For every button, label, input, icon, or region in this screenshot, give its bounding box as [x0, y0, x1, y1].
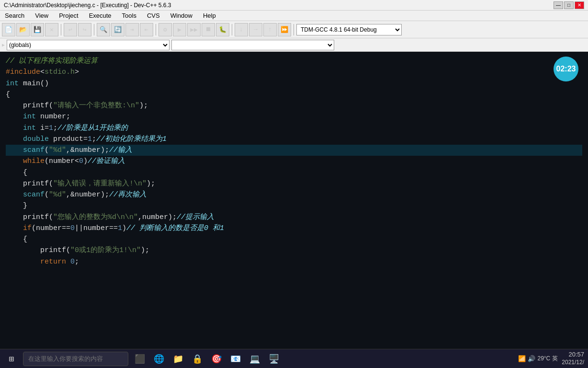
code-line-18: printf("0或1的阶乘为1!\n");	[6, 245, 582, 256]
code-line-13: scanf("%d",&number);//再次输入	[6, 189, 582, 200]
scope-dropdown[interactable]: (globals)	[7, 40, 170, 50]
code-line-19: return 0;	[6, 256, 582, 267]
lang-indicator: 英	[552, 355, 558, 363]
code-line-5: printf("请输入一个非负整数:\n");	[6, 100, 582, 111]
step-out-btn[interactable]: ↑	[263, 23, 277, 36]
editor-wrapper: 02:23 // 以下程序将实现阶乘运算 #include<stdio.h> i…	[0, 52, 588, 349]
code-line-16: if(number==0||number==1)// 判断输入的数是否是0 和1	[6, 223, 582, 234]
taskbar-icon-app3[interactable]: 💻	[247, 351, 262, 367]
run-cursor-btn[interactable]: ⏩	[278, 23, 291, 36]
indent-btn[interactable]: ⇥	[125, 23, 139, 36]
toolbar: 📄 📂 💾 ✕ ↩ ↪ 🔍 🔄 ⇥ ⇤ ⚙ ▶ ▶▶ ⏹ 🐛 ↓ → ↑ ⏩ T…	[0, 21, 588, 38]
sep3	[156, 24, 156, 35]
step-over-btn[interactable]: →	[249, 23, 262, 36]
battery-temp: 29°C	[537, 355, 550, 362]
taskbar-icon-task[interactable]: ⬛	[132, 351, 147, 367]
maximize-button[interactable]: □	[564, 1, 574, 9]
code-line-4: {	[6, 89, 582, 100]
sep5	[294, 24, 294, 35]
code-line-6: int number;	[6, 111, 582, 122]
taskbar-icon-edge[interactable]: 🌐	[151, 351, 167, 367]
timer-badge: 02:23	[554, 57, 578, 81]
titlebar-title: C:\Administrator\Desktop\jiecheng.c - [E…	[4, 2, 171, 9]
menu-help[interactable]: Help	[200, 11, 219, 20]
volume-icon: 🔊	[528, 355, 535, 362]
code-line-7: int i=1;//阶乘是从1开始乘的	[6, 123, 582, 134]
replace-btn[interactable]: 🔄	[111, 23, 124, 36]
menu-view[interactable]: View	[32, 11, 51, 20]
compile-run-btn[interactable]: ▶▶	[187, 23, 201, 36]
menu-execute[interactable]: Execute	[86, 11, 114, 20]
code-editor[interactable]: 02:23 // 以下程序将实现阶乘运算 #include<stdio.h> i…	[0, 52, 588, 349]
redo-button[interactable]: ↪	[78, 23, 91, 36]
taskbar-clock: 20:57 2021/12/	[562, 351, 584, 366]
wifi-icon: 📶	[518, 355, 526, 362]
taskbar-tray: 📶 🔊 29°C 英	[518, 355, 558, 363]
scope-arrow: ▶	[2, 42, 5, 48]
code-line-17: {	[6, 234, 582, 245]
close-file-button[interactable]: ✕	[45, 23, 58, 36]
taskbar-search[interactable]	[23, 352, 128, 366]
menu-cvs[interactable]: CVS	[144, 11, 163, 20]
step-btn[interactable]: ↓	[235, 23, 248, 36]
sep1	[61, 24, 61, 35]
undo-button[interactable]: ↩	[64, 23, 77, 36]
code-line-1: // 以下程序将实现阶乘运算	[6, 56, 582, 67]
code-line-3: int main()	[6, 78, 582, 89]
taskbar-icon-app1[interactable]: 🎯	[209, 351, 224, 367]
run-btn[interactable]: ▶	[173, 23, 186, 36]
compiler-dropdown[interactable]: TDM-GCC 4.8.1 64-bit Debug	[296, 24, 402, 35]
menu-project[interactable]: Project	[56, 11, 81, 20]
minimize-button[interactable]: —	[554, 1, 563, 9]
new-button[interactable]: 📄	[2, 23, 15, 36]
stop-btn[interactable]: ⏹	[202, 23, 215, 36]
outdent-btn[interactable]: ⇤	[140, 23, 153, 36]
taskbar: ⊞ ⬛ 🌐 📁 🔒 🎯 📧 💻 🖥️ 📶 🔊 29°C 英 20:57 2021…	[0, 349, 588, 368]
menu-tools[interactable]: Tools	[119, 11, 139, 20]
symbol-dropdown[interactable]	[171, 40, 334, 50]
sep2	[94, 24, 94, 35]
code-line-15: printf("您输入的整数为%d\n\n",number);//提示输入	[6, 212, 582, 223]
menu-window[interactable]: Window	[168, 11, 195, 20]
debug-btn[interactable]: 🐛	[216, 23, 229, 36]
titlebar-controls: — □ ✕	[554, 1, 584, 9]
taskbar-icon-app2[interactable]: 📧	[228, 351, 243, 367]
clock-date: 2021/12/	[562, 359, 584, 367]
taskbar-icon-security[interactable]: 🔒	[190, 351, 205, 367]
taskbar-icon-app4[interactable]: 🖥️	[266, 351, 282, 367]
dropdowns-bar: ▶ (globals)	[0, 38, 588, 52]
code-line-14: }	[6, 200, 582, 211]
code-line-8: double product=1;//初始化阶乘结果为1	[6, 134, 582, 145]
search-btn[interactable]: 🔍	[97, 23, 110, 36]
code-line-2: #include<stdio.h>	[6, 67, 582, 78]
open-button[interactable]: 📂	[16, 23, 30, 36]
taskbar-icon-explorer[interactable]: 📁	[170, 351, 186, 367]
taskbar-right: 📶 🔊 29°C 英 20:57 2021/12/	[518, 351, 584, 366]
code-line-9: scanf("%d",&number);//输入	[6, 145, 582, 156]
compile-btn[interactable]: ⚙	[158, 23, 172, 36]
titlebar: C:\Administrator\Desktop\jiecheng.c - [E…	[0, 0, 588, 11]
close-button[interactable]: ✕	[575, 1, 584, 9]
save-button[interactable]: 💾	[31, 23, 44, 36]
code-line-11: {	[6, 167, 582, 178]
start-button[interactable]: ⊞	[4, 351, 19, 367]
clock-time: 20:57	[562, 351, 584, 359]
sep4	[232, 24, 232, 35]
menubar: Search View Project Execute Tools CVS Wi…	[0, 11, 588, 21]
menu-search[interactable]: Search	[2, 11, 27, 20]
code-line-12: printf("输入错误，请重新输入!\n");	[6, 178, 582, 189]
code-line-10: while(number<0)//验证输入	[6, 156, 582, 167]
